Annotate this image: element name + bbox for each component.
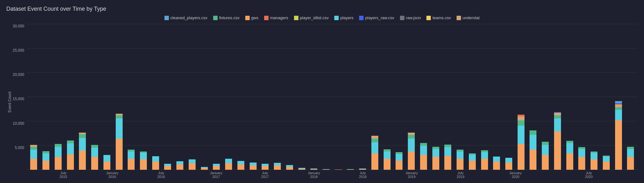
stacked-bar [79,133,86,170]
bar-segment-players [591,153,597,159]
stacked-bar [274,163,281,170]
x-label: July2018 [359,171,366,179]
bar-group [393,152,405,170]
bar-segment-players [420,146,427,155]
bar-group [430,147,441,170]
legend-color [426,16,431,20]
legend-label: managers [270,15,288,20]
bar-segment-players [55,147,62,157]
stacked-bar [627,147,634,170]
stacked-bar [615,101,622,170]
bar-segment-gws [103,162,110,170]
bar-segment-players [67,143,74,154]
bar-segment-gws [396,161,402,170]
legend-item: understat [457,15,480,20]
bar-segment-players [530,135,536,150]
stacked-bar [91,145,98,170]
bar-segment-understat [518,117,525,120]
bar-group [527,130,539,170]
bar-segment-gws [408,152,415,170]
legend-label: fixtures.csv [219,15,240,20]
bar-segment-gws [615,120,622,170]
legend-color [245,16,250,20]
legend-label: player_idlist.csv [300,15,329,20]
stacked-bar [116,114,123,170]
stacked-bar [250,163,257,170]
bar-group [369,136,381,170]
bar-group [235,161,247,170]
bar-group [259,164,271,170]
stacked-bar [237,161,244,170]
bar-segment-gws [250,165,257,170]
legend-item: managers [264,15,288,20]
bar-segment-fixtures [432,147,439,149]
bar-segment-fixtures [530,130,536,135]
stacked-bar [444,145,451,170]
bar-group [491,157,502,170]
bar-segment-gws [554,131,561,170]
legend-label: players [340,15,353,20]
bar-segment-players [140,153,147,159]
bar-segment-players [481,152,488,159]
bar-group [186,159,198,170]
bar-segment-players [603,157,610,162]
bar-group [515,115,527,170]
bar-segment-gws [518,144,525,170]
legend-label: raw.json [406,15,421,20]
x-label: January2020 [509,171,522,179]
bar-group [150,156,161,170]
bar-segment-fixtures [371,139,378,142]
stacked-bar [554,112,561,170]
bar-segment-fixtures [91,145,98,148]
bar-segment-gws [152,162,159,170]
bar-group [588,152,600,170]
bar-segment-players [566,143,573,153]
bar-segment-players [128,152,135,159]
legend-color [359,16,364,20]
stacked-bar [55,144,62,170]
bar-segment-players [262,164,269,166]
bar-group [211,164,222,170]
bar-segment-players [493,157,500,162]
bar-segment-gws [530,150,536,170]
stacked-bar [493,157,500,170]
stacked-bar [371,136,378,170]
bar-segment-players [213,164,220,166]
stacked-bar [591,152,597,170]
bar-segment-players [627,149,634,157]
bar-group [540,142,551,170]
bar-segment-players [457,152,464,159]
chart-title: Dataset Event Count over Time by Type [6,6,638,12]
bar-group [613,101,624,170]
bar-segment-gws [55,157,62,170]
bar-segment-gws [274,165,281,170]
bar-segment-gws [189,163,196,170]
legend-label: gws [251,15,258,20]
bar-group [625,147,636,170]
legend-color [400,16,404,20]
stacked-bar [176,161,183,170]
stacked-bar [530,130,536,170]
legend-item: fixtures.csv [213,15,240,20]
x-label: January2016 [106,171,118,179]
bar-segment-players [103,155,110,162]
legend-label: players_raw.csv [365,15,394,20]
bar-segment-understat [408,133,415,135]
y-axis: Event Count 30,00025,00020,00015,00010,0… [6,24,27,180]
legend-color [294,16,298,20]
bar-segment-players [91,148,98,157]
bar-group [77,133,88,170]
y-tick: 5,000 [15,146,24,150]
stacked-bar [518,115,525,170]
stacked-bar [42,151,49,170]
stacked-bar [578,147,585,170]
bar-segment-gws [164,166,171,170]
bar-segment-fixtures [42,151,49,153]
bar-segment-fixtures [627,147,634,149]
bar-group [466,153,478,170]
bar-segment-fixtures [55,144,62,146]
legend-label: understat [463,15,480,20]
bar-segment-players [444,147,451,156]
bar-segment-players [408,139,415,152]
bar-segment-fixtures [384,149,391,152]
